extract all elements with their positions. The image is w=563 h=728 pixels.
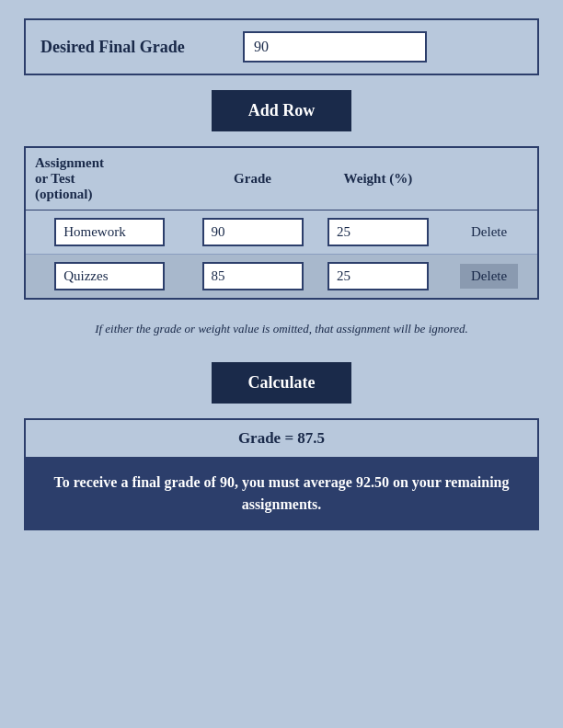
- cell-grade-1: [190, 255, 315, 299]
- desired-grade-input[interactable]: [243, 31, 427, 63]
- table-row: Delete: [26, 210, 537, 255]
- cell-grade-0: [190, 210, 315, 255]
- col-header-weight: Weight (%): [316, 148, 441, 210]
- result-box: Grade = 87.5 To receive a final grade of…: [24, 418, 539, 530]
- grades-table-box: Assignmentor Test(optional) Grade Weight…: [24, 146, 539, 300]
- desired-grade-label: Desired Final Grade: [40, 38, 224, 57]
- table-row: Delete: [26, 255, 537, 299]
- grades-table: Assignmentor Test(optional) Grade Weight…: [26, 148, 537, 298]
- delete-button-1[interactable]: Delete: [460, 264, 518, 289]
- cell-assignment-0: [26, 210, 190, 255]
- add-row-button[interactable]: Add Row: [212, 90, 352, 131]
- weight-input-1[interactable]: [327, 262, 429, 290]
- add-row-container: Add Row: [24, 90, 539, 131]
- result-body: To receive a final grade of 90, you must…: [26, 459, 537, 529]
- cell-delete-0: Delete: [441, 210, 537, 255]
- calculate-button[interactable]: Calculate: [212, 362, 352, 404]
- result-message: To receive a final grade of 90, you must…: [54, 474, 510, 512]
- desired-grade-section: Desired Final Grade: [24, 18, 539, 75]
- result-header: Grade = 87.5: [26, 420, 537, 459]
- grade-input-0[interactable]: [202, 218, 304, 246]
- cell-weight-1: [316, 255, 441, 299]
- cell-weight-0: [316, 210, 441, 255]
- col-header-assignment: Assignmentor Test(optional): [26, 148, 190, 210]
- main-container: Desired Final Grade Add Row Assignmentor…: [24, 18, 539, 530]
- assignment-input-1[interactable]: [54, 262, 165, 290]
- grade-input-1[interactable]: [202, 262, 304, 290]
- delete-button-0[interactable]: Delete: [464, 221, 514, 244]
- cell-assignment-1: [26, 255, 190, 299]
- result-grade-value: Grade = 87.5: [238, 429, 325, 447]
- col-header-delete: [441, 148, 537, 210]
- weight-input-0[interactable]: [327, 218, 429, 246]
- calculate-container: Calculate: [24, 362, 539, 404]
- cell-delete-1: Delete: [441, 255, 537, 299]
- note-text: If either the grade or weight value is o…: [24, 314, 539, 344]
- assignment-input-0[interactable]: [54, 218, 165, 246]
- col-header-grade: Grade: [190, 148, 315, 210]
